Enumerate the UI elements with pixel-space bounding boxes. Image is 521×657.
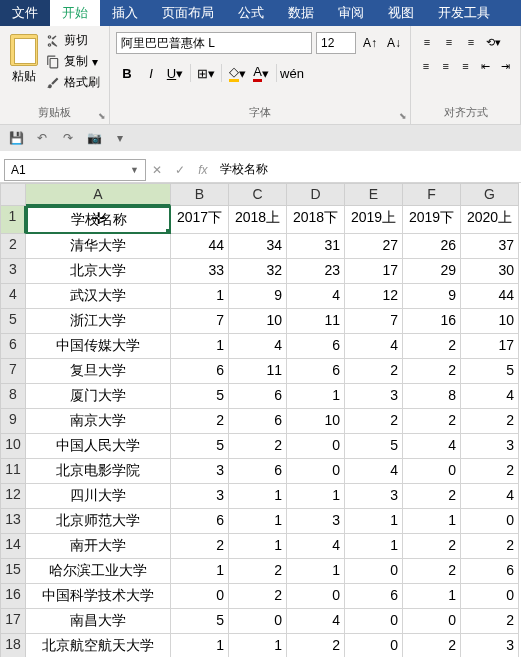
cell[interactable]: 4 xyxy=(287,284,345,309)
cell[interactable]: 6 xyxy=(229,384,287,409)
cell[interactable]: 2 xyxy=(229,584,287,609)
align-middle-button[interactable]: ≡ xyxy=(439,32,459,52)
cell[interactable]: 44 xyxy=(461,284,519,309)
cell[interactable]: 2 xyxy=(345,409,403,434)
cell[interactable]: 2017下 xyxy=(171,206,229,234)
cell[interactable]: 6 xyxy=(171,509,229,534)
col-header-C[interactable]: C xyxy=(229,183,287,206)
cell[interactable]: 北京大学 xyxy=(26,259,171,284)
cell[interactable]: 2 xyxy=(403,559,461,584)
clipboard-launcher-icon[interactable]: ⬊ xyxy=(98,111,106,121)
cell[interactable]: 2018下 xyxy=(287,206,345,234)
cell[interactable]: 学校名称✛ xyxy=(26,206,171,234)
cell[interactable]: 5 xyxy=(171,434,229,459)
fill-color-button[interactable]: ◇▾ xyxy=(226,62,248,84)
font-family-select[interactable] xyxy=(116,32,312,54)
cell[interactable]: 5 xyxy=(171,384,229,409)
cell[interactable]: 2018上 xyxy=(229,206,287,234)
tab-home[interactable]: 开始 xyxy=(50,0,100,26)
cell[interactable]: 5 xyxy=(171,609,229,634)
cell[interactable]: 5 xyxy=(345,434,403,459)
cell[interactable]: 2 xyxy=(287,634,345,657)
font-launcher-icon[interactable]: ⬊ xyxy=(399,111,407,121)
cell[interactable]: 6 xyxy=(229,409,287,434)
row-header-1[interactable]: 1 xyxy=(0,206,26,234)
cell[interactable]: 厦门大学 xyxy=(26,384,171,409)
cell[interactable]: 0 xyxy=(345,559,403,584)
cell[interactable]: 0 xyxy=(287,584,345,609)
cell[interactable]: 17 xyxy=(461,334,519,359)
tab-formula[interactable]: 公式 xyxy=(226,0,276,26)
cell[interactable]: 10 xyxy=(287,409,345,434)
cell[interactable]: 浙江大学 xyxy=(26,309,171,334)
cell[interactable]: 3 xyxy=(171,484,229,509)
cell[interactable]: 11 xyxy=(229,359,287,384)
camera-button[interactable]: 📷 xyxy=(86,130,102,146)
cell[interactable]: 中国科学技术大学 xyxy=(26,584,171,609)
cell[interactable]: 6 xyxy=(287,334,345,359)
cell[interactable]: 1 xyxy=(229,484,287,509)
cell[interactable]: 1 xyxy=(171,284,229,309)
cell[interactable]: 4 xyxy=(229,334,287,359)
cell[interactable]: 2 xyxy=(229,559,287,584)
align-left-button[interactable]: ≡ xyxy=(417,56,435,76)
cell[interactable]: 3 xyxy=(171,459,229,484)
cell[interactable]: 44 xyxy=(171,234,229,259)
cell[interactable]: 2 xyxy=(229,434,287,459)
cell[interactable]: 1 xyxy=(171,559,229,584)
cell[interactable]: 10 xyxy=(229,309,287,334)
cell[interactable]: 30 xyxy=(461,259,519,284)
formula-input[interactable]: 学校名称 xyxy=(214,161,521,178)
qat-dropdown-icon[interactable]: ▾ xyxy=(112,130,128,146)
cell[interactable]: 北京航空航天大学 xyxy=(26,634,171,657)
cell[interactable]: 6 xyxy=(287,359,345,384)
bold-button[interactable]: B xyxy=(116,62,138,84)
cell[interactable]: 复旦大学 xyxy=(26,359,171,384)
cell[interactable]: 2 xyxy=(403,334,461,359)
cell[interactable]: 11 xyxy=(287,309,345,334)
cell[interactable]: 5 xyxy=(461,359,519,384)
cell[interactable]: 6 xyxy=(345,584,403,609)
cell[interactable]: 南京大学 xyxy=(26,409,171,434)
tab-insert[interactable]: 插入 xyxy=(100,0,150,26)
row-header-18[interactable]: 18 xyxy=(0,634,26,657)
cell[interactable]: 23 xyxy=(287,259,345,284)
cell[interactable]: 3 xyxy=(461,634,519,657)
increase-indent-button[interactable]: ⇥ xyxy=(496,56,514,76)
format-painter-button[interactable]: 格式刷 xyxy=(46,74,100,91)
cell[interactable]: 6 xyxy=(171,359,229,384)
cell[interactable]: 3 xyxy=(345,484,403,509)
row-header-3[interactable]: 3 xyxy=(0,259,26,284)
cell[interactable]: 6 xyxy=(229,459,287,484)
cell[interactable]: 清华大学 xyxy=(26,234,171,259)
cell[interactable]: 16 xyxy=(403,309,461,334)
col-header-G[interactable]: G xyxy=(461,183,519,206)
cell[interactable]: 2019下 xyxy=(403,206,461,234)
decrease-indent-button[interactable]: ⇤ xyxy=(476,56,494,76)
cell[interactable]: 37 xyxy=(461,234,519,259)
cell[interactable]: 1 xyxy=(287,484,345,509)
cell[interactable]: 3 xyxy=(461,434,519,459)
cell[interactable]: 0 xyxy=(461,584,519,609)
undo-button[interactable]: ↶ xyxy=(34,130,50,146)
cell[interactable]: 1 xyxy=(287,559,345,584)
cell[interactable]: 0 xyxy=(229,609,287,634)
cell[interactable]: 6 xyxy=(461,559,519,584)
tab-review[interactable]: 审阅 xyxy=(326,0,376,26)
cell[interactable]: 北京电影学院 xyxy=(26,459,171,484)
cell[interactable]: 0 xyxy=(287,434,345,459)
cell[interactable]: 0 xyxy=(287,459,345,484)
cell[interactable]: 2 xyxy=(171,409,229,434)
cell[interactable]: 9 xyxy=(403,284,461,309)
row-header-13[interactable]: 13 xyxy=(0,509,26,534)
cell[interactable]: 29 xyxy=(403,259,461,284)
cell[interactable]: 2 xyxy=(171,534,229,559)
tab-dev[interactable]: 开发工具 xyxy=(426,0,502,26)
cut-button[interactable]: 剪切 xyxy=(46,32,100,49)
row-header-9[interactable]: 9 xyxy=(0,409,26,434)
row-header-2[interactable]: 2 xyxy=(0,234,26,259)
col-header-A[interactable]: A xyxy=(26,183,171,206)
cell[interactable]: 0 xyxy=(171,584,229,609)
cell[interactable]: 2 xyxy=(403,409,461,434)
align-right-button[interactable]: ≡ xyxy=(457,56,475,76)
